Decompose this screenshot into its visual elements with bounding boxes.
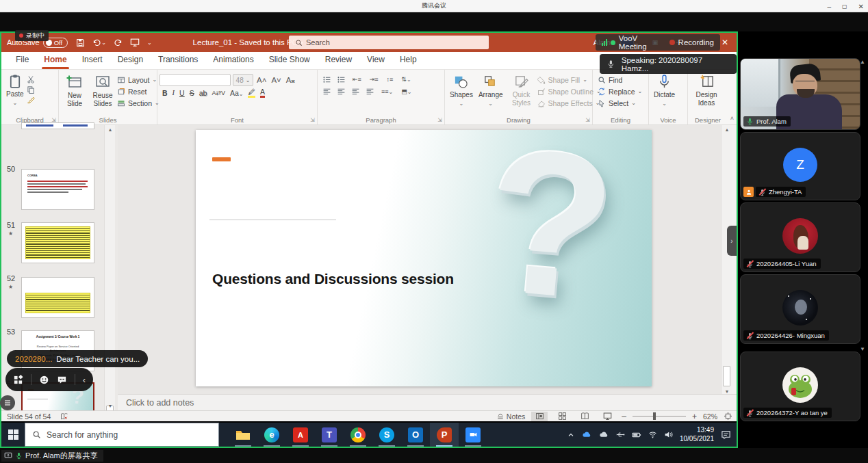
tab-help[interactable]: Help xyxy=(392,51,424,69)
section-button[interactable]: Section⌄ xyxy=(117,98,159,108)
usb-icon[interactable] xyxy=(616,430,625,439)
participant-tile-yaotanye[interactable]: 2020264372-Y ao tan ye xyxy=(740,352,860,421)
replace-button[interactable]: Replace⌄ xyxy=(598,86,646,96)
strikethrough-button[interactable]: S xyxy=(190,89,194,97)
layout-button[interactable]: Layout⌄ xyxy=(117,75,159,85)
voov-icon[interactable] xyxy=(459,423,487,447)
start-button[interactable] xyxy=(1,423,25,447)
copy-icon[interactable] xyxy=(27,85,35,94)
tab-home[interactable]: Home xyxy=(36,51,74,69)
thumbnail-slide-50[interactable]: CORBA xyxy=(21,169,94,210)
grow-font-icon[interactable]: A˄ xyxy=(255,76,268,84)
arrange-button[interactable]: Arrange⌄ xyxy=(476,72,506,108)
slide-scroll-thumb[interactable] xyxy=(723,366,730,386)
shapes-button[interactable]: Shapes⌄ xyxy=(447,72,476,108)
tab-insert[interactable]: Insert xyxy=(75,51,110,69)
shape-fill-button[interactable]: Shape Fill⌄ xyxy=(537,75,601,85)
slide-scrollbar[interactable]: ▲ ▼ ▲▲ · xyxy=(721,125,732,394)
voov-minimize-button[interactable]: – xyxy=(827,3,831,10)
collapse-ribbon-icon[interactable]: ˄ xyxy=(730,115,734,122)
reuse-slides-button[interactable]: Reuse Slides xyxy=(88,72,117,109)
collapse-toolbar-icon[interactable]: ‹ xyxy=(83,375,86,385)
cloud-icon[interactable] xyxy=(599,429,609,440)
participants-scroll-down-icon[interactable]: ▼ xyxy=(860,346,865,352)
bold-button[interactable]: B xyxy=(162,89,168,97)
shape-effects-button[interactable]: Shape Effects⌄ xyxy=(537,98,601,108)
current-slide[interactable]: Questions and Discussions session ? xyxy=(196,130,652,386)
numbering-icon[interactable] xyxy=(337,75,346,84)
select-button[interactable]: Select⌄ xyxy=(598,98,646,108)
powerpoint-icon[interactable]: P xyxy=(430,423,459,447)
zoom-in-button[interactable]: + xyxy=(692,412,697,421)
cut-icon[interactable] xyxy=(27,75,35,83)
thumbnail-scrollbar[interactable]: ▲ ▼ ▼ xyxy=(104,125,115,410)
change-case-button[interactable]: Aa⌄ xyxy=(230,89,244,97)
document-title[interactable]: Lecture_01 - Saved to this PC xyxy=(193,38,298,47)
voov-side-menu-button[interactable] xyxy=(0,395,15,410)
undo-button[interactable]: ⌄ xyxy=(92,38,106,47)
normal-view-button[interactable] xyxy=(531,412,548,421)
participant-tile-zhengyi[interactable]: Z Zhengyi-TA xyxy=(740,132,860,200)
panel-collapse-handle[interactable]: › xyxy=(727,226,737,256)
slide-scroll-up-icon[interactable]: ▲ xyxy=(722,127,732,132)
font-name-select[interactable] xyxy=(159,74,231,86)
battery-icon[interactable] xyxy=(632,430,641,440)
chrome-icon[interactable] xyxy=(344,423,372,447)
teams-icon[interactable]: T xyxy=(315,423,344,447)
skype-icon[interactable]: S xyxy=(372,423,401,447)
columns-icon[interactable]: ≡≡⌄ xyxy=(380,88,394,95)
font-color-button[interactable]: A xyxy=(260,88,265,98)
font-size-select[interactable]: 48⌄ xyxy=(233,74,253,86)
thumbnail-slide-52[interactable] xyxy=(21,277,94,318)
redo-icon[interactable] xyxy=(114,38,123,47)
thumb-scroll-up-icon[interactable]: ▲ xyxy=(105,127,116,132)
tab-transitions[interactable]: Transitions xyxy=(151,51,205,69)
slide-title[interactable]: Questions and Discussions session xyxy=(212,271,454,287)
highlight-color-button[interactable]: 🖉 xyxy=(248,88,255,98)
quick-styles-button[interactable]: Quick Styles xyxy=(506,72,537,108)
increase-indent-icon[interactable]: ⇥≡ xyxy=(368,76,380,83)
line-spacing-icon[interactable]: ↕≡ xyxy=(385,76,395,83)
action-center-icon[interactable] xyxy=(721,429,731,440)
find-button[interactable]: Find xyxy=(598,75,646,85)
zoom-slider[interactable] xyxy=(633,416,686,416)
tray-expand-icon[interactable] xyxy=(567,431,575,439)
paste-button[interactable]: Paste⌄ xyxy=(3,72,27,107)
format-painter-icon[interactable] xyxy=(27,96,35,104)
notes-pane[interactable]: Click to add notes xyxy=(118,394,737,410)
design-ideas-button[interactable]: Design Ideas xyxy=(690,72,723,108)
onedrive-icon[interactable] xyxy=(582,429,592,440)
thumbnail-partial[interactable] xyxy=(21,122,94,129)
justify-icon[interactable] xyxy=(366,87,374,96)
participant-tile-prof-alam[interactable]: Prof. Alam xyxy=(740,58,860,130)
bullets-icon[interactable] xyxy=(322,75,331,84)
dictate-button[interactable]: Dictate⌄ xyxy=(651,72,678,108)
align-center-icon[interactable] xyxy=(337,87,346,96)
file-explorer-icon[interactable] xyxy=(229,423,257,447)
smartart-convert-icon[interactable]: ⬒⌄ xyxy=(400,88,413,95)
slide-sorter-view-button[interactable] xyxy=(554,412,570,421)
tab-design[interactable]: Design xyxy=(110,51,151,69)
shrink-font-icon[interactable]: A˅ xyxy=(270,76,282,84)
shape-outline-button[interactable]: Shape Outline⌄ xyxy=(537,86,601,96)
chat-preview-bubble[interactable]: 2020280... Dear Teacher can you... xyxy=(7,350,148,367)
emoji-icon[interactable] xyxy=(39,375,49,385)
question-mark-graphic[interactable]: ? xyxy=(452,130,649,344)
paragraph-dialog-launcher[interactable]: ⇲ xyxy=(437,117,442,123)
font-dialog-launcher[interactable]: ⇲ xyxy=(310,117,315,123)
tab-review[interactable]: Review xyxy=(318,51,359,69)
participant-tile-mingxuan[interactable]: 2020264426- Mingxuan xyxy=(740,274,860,344)
notes-toggle-button[interactable]: Notes xyxy=(496,412,525,421)
acrobat-icon[interactable]: A xyxy=(286,423,315,447)
text-direction-icon[interactable]: ⇅⌄ xyxy=(400,76,412,83)
zoom-out-button[interactable]: – xyxy=(622,412,626,421)
reading-view-button[interactable] xyxy=(576,412,593,421)
wifi-icon[interactable] xyxy=(648,430,657,439)
participant-tile-liyuan[interactable]: 2020264405-Li Yuan xyxy=(740,202,860,272)
text-shadow-button[interactable]: ab xyxy=(199,89,207,97)
ppt-search-box[interactable]: Search VooV Meeting Recording xyxy=(289,36,489,49)
participants-scroll-up-icon[interactable]: ▲ xyxy=(860,59,865,65)
voov-meeting-overlay[interactable]: VooV Meeting Recording xyxy=(596,34,720,51)
align-left-icon[interactable] xyxy=(322,87,331,96)
zoom-slider-knob[interactable] xyxy=(653,412,656,420)
